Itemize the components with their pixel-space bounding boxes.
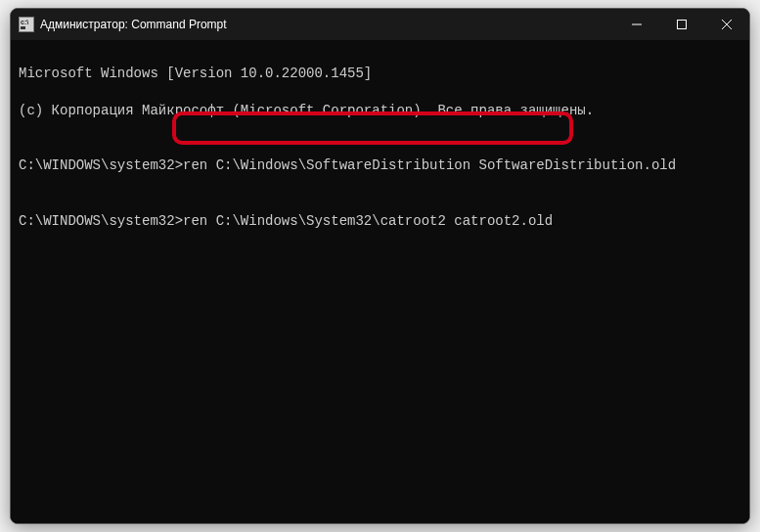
terminal-line: (c) Корпорация Майкрософт (Microsoft Cor… xyxy=(19,102,741,120)
svg-rect-1 xyxy=(678,21,687,29)
terminal-output[interactable]: Microsoft Windows [Version 10.0.22000.14… xyxy=(11,40,749,523)
maximize-icon xyxy=(677,20,687,29)
prompt: C:\WINDOWS\system32> xyxy=(19,213,183,229)
prompt: C:\WINDOWS\system32> xyxy=(19,157,183,173)
command-text: ren C:\Windows\SoftwareDistribution Soft… xyxy=(183,157,676,173)
minimize-icon xyxy=(632,20,642,29)
window-controls xyxy=(614,9,749,40)
command-prompt-window: Администратор: Command Prompt Microsoft … xyxy=(10,8,750,524)
close-button[interactable] xyxy=(704,9,749,40)
titlebar[interactable]: Администратор: Command Prompt xyxy=(11,9,749,40)
terminal-line: C:\WINDOWS\system32>ren C:\Windows\Softw… xyxy=(19,156,741,175)
maximize-button[interactable] xyxy=(659,9,704,40)
cmd-icon xyxy=(19,17,34,32)
minimize-button[interactable] xyxy=(614,9,659,40)
command-text: ren C:\Windows\System32\catroot2 catroot… xyxy=(183,213,553,229)
terminal-line: C:\WINDOWS\system32>ren C:\Windows\Syste… xyxy=(19,212,741,231)
terminal-line: Microsoft Windows [Version 10.0.22000.14… xyxy=(19,65,741,83)
close-icon xyxy=(722,20,732,29)
window-title: Администратор: Command Prompt xyxy=(40,18,614,31)
